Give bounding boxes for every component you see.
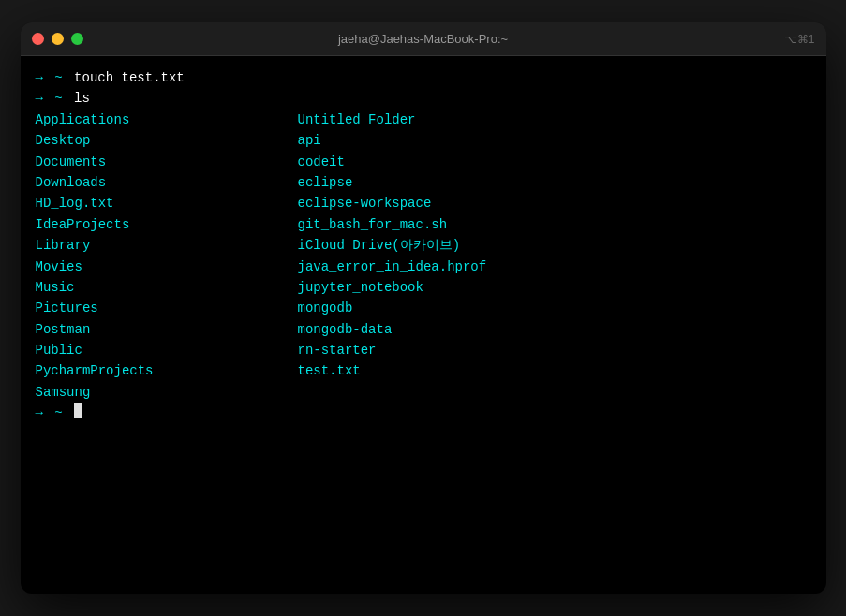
file-pictures: Pictures <box>36 298 298 318</box>
command-line-1: → ~ touch test.txt <box>36 67 811 88</box>
file-downloads: Downloads <box>36 172 298 193</box>
file-pycharmprojects: PycharmProjects <box>36 360 298 381</box>
file-untitled-folder: Untitled Folder <box>298 110 811 130</box>
prompt-tilde-2: ~ <box>47 88 63 109</box>
command-text-2: ls <box>67 88 90 109</box>
keyboard-shortcut: ⌥⌘1 <box>784 33 815 46</box>
file-api: api <box>298 130 811 151</box>
minimize-button[interactable] <box>52 33 64 45</box>
file-icloud-drive: iCloud Drive(아카이브) <box>298 235 811 256</box>
file-mongodb-data: mongodb-data <box>298 319 811 340</box>
window-title: jaeha@Jaehas-MacBook-Pro:~ <box>338 32 508 46</box>
file-hdlog: HD_log.txt <box>36 193 298 213</box>
file-eclipse-workspace: eclipse-workspace <box>298 193 811 213</box>
prompt-arrow-final: → <box>36 403 43 423</box>
ls-col-right: Untitled Folder api codeit eclipse eclip… <box>298 110 811 403</box>
file-library: Library <box>36 235 298 256</box>
prompt-tilde-1: ~ <box>47 67 63 88</box>
file-eclipse: eclipse <box>298 172 811 193</box>
titlebar: jaeha@Jaehas-MacBook-Pro:~ ⌥⌘1 <box>21 22 826 56</box>
prompt-arrow-1: → <box>36 67 43 88</box>
file-applications: Applications <box>36 110 298 130</box>
ls-output: Applications Desktop Documents Downloads… <box>36 110 811 403</box>
command-line-2: → ~ ls <box>36 88 811 109</box>
window-controls[interactable] <box>32 33 83 45</box>
maximize-button[interactable] <box>71 33 83 45</box>
file-postman: Postman <box>36 319 298 340</box>
terminal-cursor <box>74 403 82 418</box>
file-desktop: Desktop <box>36 130 298 151</box>
file-codeit: codeit <box>298 152 811 172</box>
terminal-body[interactable]: → ~ touch test.txt → ~ ls Applications D… <box>21 56 826 594</box>
file-ideaprojects: IdeaProjects <box>36 214 298 235</box>
prompt-line-final: → ~ <box>36 403 811 423</box>
file-git-bash: git_bash_for_mac.sh <box>298 214 811 235</box>
prompt-arrow-2: → <box>36 88 43 109</box>
close-button[interactable] <box>32 33 44 45</box>
file-java-error: java_error_in_idea.hprof <box>298 257 811 277</box>
cursor-space <box>67 403 74 423</box>
file-public: Public <box>36 340 298 360</box>
file-rn-starter: rn-starter <box>298 340 811 360</box>
file-samsung: Samsung <box>36 382 298 403</box>
terminal-window: jaeha@Jaehas-MacBook-Pro:~ ⌥⌘1 → ~ touch… <box>21 22 826 594</box>
prompt-tilde-final: ~ <box>47 403 63 423</box>
file-movies: Movies <box>36 257 298 277</box>
file-mongodb: mongodb <box>298 298 811 318</box>
file-jupyter: jupyter_notebook <box>298 277 811 298</box>
file-documents: Documents <box>36 152 298 172</box>
file-music: Music <box>36 277 298 298</box>
ls-col-left: Applications Desktop Documents Downloads… <box>36 110 298 403</box>
file-test-txt: test.txt <box>298 360 811 381</box>
command-text-1: touch test.txt <box>67 67 185 88</box>
